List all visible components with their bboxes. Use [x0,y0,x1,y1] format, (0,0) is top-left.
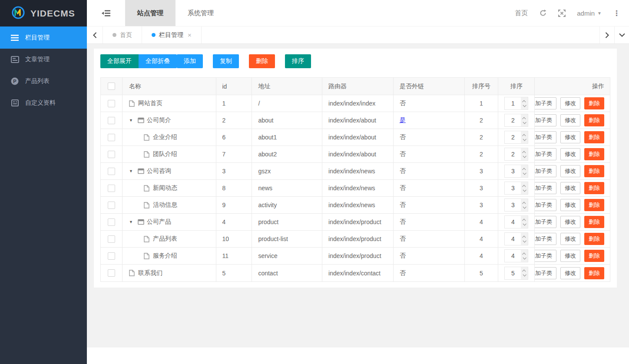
row-checkbox[interactable] [108,151,115,158]
row-delete-button[interactable]: 删除 [584,199,604,211]
sort-number-input[interactable]: 3 [504,199,528,212]
row-delete-button[interactable]: 删除 [584,216,604,228]
row-checkbox[interactable] [108,168,115,175]
spinner-buttons[interactable] [521,148,528,160]
fullscreen-icon[interactable] [558,10,566,17]
refresh-icon[interactable] [539,9,547,17]
spinner-buttons[interactable] [521,216,528,228]
add-child-button[interactable]: 添加子类 [535,199,556,211]
add-button[interactable]: 添加 [177,54,203,68]
collapse-arrow-icon[interactable]: ▼ [129,169,138,173]
row-delete-button[interactable]: 删除 [584,97,604,109]
add-child-button[interactable]: 添加子类 [535,165,556,177]
add-child-button[interactable]: 添加子类 [535,216,556,228]
spinner-down-icon[interactable] [523,239,526,242]
user-menu[interactable]: admin ▼ [577,10,602,17]
sidebar-item-product-list[interactable]: P 产品列表 [0,70,87,92]
add-child-button[interactable]: 添加子类 [535,148,556,160]
more-options-icon[interactable]: ⋮ [613,9,620,18]
edit-button[interactable]: 修改 [560,131,580,143]
spinner-down-icon[interactable] [523,222,526,225]
tab-column-manage[interactable]: 栏目管理 × [142,26,202,43]
home-link[interactable]: 首页 [515,9,528,17]
spinner-down-icon[interactable] [523,154,526,158]
tab-close-icon[interactable]: × [188,31,192,39]
spinner-buttons[interactable] [521,165,528,177]
spinner-down-icon[interactable] [523,103,526,107]
sidebar-item-custom-data[interactable]: 自定义资料 [0,92,87,114]
spinner-buttons[interactable] [521,182,528,194]
sidebar-item-column-manage[interactable]: 栏目管理 [0,26,87,49]
edit-button[interactable]: 修改 [560,148,580,160]
spinner-down-icon[interactable] [523,120,526,124]
sort-button[interactable]: 排序 [285,54,311,68]
row-checkbox[interactable] [108,269,115,277]
sort-number-input[interactable]: 3 [504,182,528,195]
tabs-scroll-left-icon[interactable] [87,26,103,43]
sort-number-input[interactable]: 3 [504,165,528,178]
delete-button[interactable]: 删除 [249,54,275,68]
row-checkbox[interactable] [108,252,115,260]
sidebar-item-article-manage[interactable]: 文章管理 [0,49,87,70]
row-checkbox[interactable] [108,117,115,124]
add-child-button[interactable]: 添加子类 [535,131,556,143]
spinner-buttons[interactable] [521,267,528,279]
spinner-down-icon[interactable] [523,256,526,259]
row-delete-button[interactable]: 删除 [584,267,604,279]
row-delete-button[interactable]: 删除 [584,131,604,143]
sort-number-input[interactable]: 2 [504,148,528,161]
edit-button[interactable]: 修改 [560,97,580,109]
spinner-down-icon[interactable] [523,205,526,208]
row-delete-button[interactable]: 删除 [584,250,604,262]
sort-number-input[interactable]: 4 [504,232,528,245]
spinner-down-icon[interactable] [523,273,526,276]
topnav-site-manage[interactable]: 站点管理 [125,0,175,26]
row-checkbox[interactable] [108,185,115,192]
sort-number-input[interactable]: 2 [504,131,528,144]
row-checkbox[interactable] [108,202,115,209]
edit-button[interactable]: 修改 [560,114,580,126]
spinner-down-icon[interactable] [523,171,526,175]
sort-number-input[interactable]: 2 [504,114,528,127]
edit-button[interactable]: 修改 [560,233,580,245]
collapse-arrow-icon[interactable]: ▼ [129,220,138,224]
row-delete-button[interactable]: 删除 [584,114,604,126]
add-child-button[interactable]: 添加子类 [535,233,556,245]
edit-button[interactable]: 修改 [560,182,580,194]
external-link[interactable]: 是 [400,116,406,124]
spinner-buttons[interactable] [521,97,528,109]
expand-all-button[interactable]: 全部展开 [100,54,139,68]
edit-button[interactable]: 修改 [560,199,580,211]
spinner-buttons[interactable] [521,199,528,211]
row-checkbox[interactable] [108,218,115,226]
add-child-button[interactable]: 添加子类 [535,182,556,194]
tabs-scroll-right-icon[interactable] [599,26,614,43]
sort-number-input[interactable]: 5 [504,267,528,280]
tab-home[interactable]: 首页 [103,26,142,43]
spinner-buttons[interactable] [521,233,528,245]
sidebar-toggle-icon[interactable] [87,0,125,26]
edit-button[interactable]: 修改 [560,216,580,228]
edit-button[interactable]: 修改 [560,250,580,262]
add-child-button[interactable]: 添加子类 [535,97,556,109]
row-delete-button[interactable]: 删除 [584,233,604,245]
sort-number-input[interactable]: 1 [504,97,528,110]
collapse-arrow-icon[interactable]: ▼ [129,118,138,122]
row-checkbox[interactable] [108,235,115,243]
spinner-down-icon[interactable] [523,137,526,141]
row-delete-button[interactable]: 删除 [584,165,604,177]
row-checkbox[interactable] [108,100,115,107]
add-child-button[interactable]: 添加子类 [535,250,556,262]
copy-button[interactable]: 复制 [213,54,239,68]
tabs-menu-icon[interactable] [614,26,629,43]
edit-button[interactable]: 修改 [560,165,580,177]
sort-number-input[interactable]: 4 [504,249,528,262]
add-child-button[interactable]: 添加子类 [535,267,556,279]
topnav-system-manage[interactable]: 系统管理 [175,0,226,26]
select-all-checkbox[interactable] [108,83,115,90]
spinner-buttons[interactable] [521,114,528,126]
spinner-down-icon[interactable] [523,188,526,192]
collapse-all-button[interactable]: 全部折叠 [139,54,177,68]
spinner-buttons[interactable] [521,250,528,262]
spinner-buttons[interactable] [521,131,528,143]
